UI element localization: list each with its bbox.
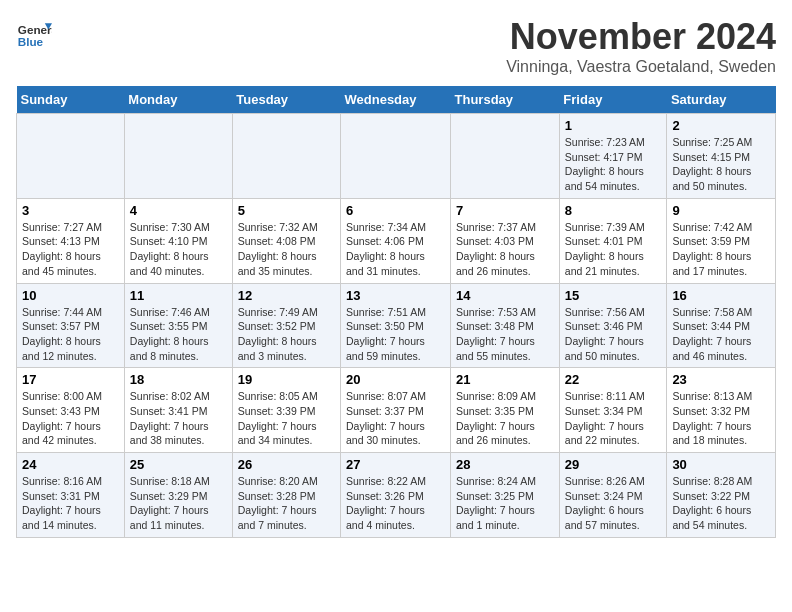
calendar-cell: 10Sunrise: 7:44 AM Sunset: 3:57 PM Dayli… — [17, 283, 125, 368]
day-number: 23 — [672, 372, 770, 387]
day-info: Sunrise: 8:18 AM Sunset: 3:29 PM Dayligh… — [130, 474, 227, 533]
calendar-cell: 28Sunrise: 8:24 AM Sunset: 3:25 PM Dayli… — [451, 453, 560, 538]
day-number: 9 — [672, 203, 770, 218]
day-info: Sunrise: 8:07 AM Sunset: 3:37 PM Dayligh… — [346, 389, 445, 448]
calendar-cell: 19Sunrise: 8:05 AM Sunset: 3:39 PM Dayli… — [232, 368, 340, 453]
day-number: 1 — [565, 118, 662, 133]
header: General Blue November 2024 Vinninga, Vae… — [16, 16, 776, 76]
week-row-2: 3Sunrise: 7:27 AM Sunset: 4:13 PM Daylig… — [17, 198, 776, 283]
day-number: 3 — [22, 203, 119, 218]
day-info: Sunrise: 8:13 AM Sunset: 3:32 PM Dayligh… — [672, 389, 770, 448]
calendar-cell: 21Sunrise: 8:09 AM Sunset: 3:35 PM Dayli… — [451, 368, 560, 453]
logo: General Blue — [16, 16, 52, 52]
header-friday: Friday — [559, 86, 667, 114]
day-info: Sunrise: 7:39 AM Sunset: 4:01 PM Dayligh… — [565, 220, 662, 279]
day-info: Sunrise: 7:53 AM Sunset: 3:48 PM Dayligh… — [456, 305, 554, 364]
calendar-cell: 16Sunrise: 7:58 AM Sunset: 3:44 PM Dayli… — [667, 283, 776, 368]
day-number: 17 — [22, 372, 119, 387]
calendar-cell: 6Sunrise: 7:34 AM Sunset: 4:06 PM Daylig… — [341, 198, 451, 283]
day-number: 4 — [130, 203, 227, 218]
day-info: Sunrise: 8:11 AM Sunset: 3:34 PM Dayligh… — [565, 389, 662, 448]
day-number: 10 — [22, 288, 119, 303]
day-number: 22 — [565, 372, 662, 387]
day-number: 28 — [456, 457, 554, 472]
day-number: 5 — [238, 203, 335, 218]
day-info: Sunrise: 7:27 AM Sunset: 4:13 PM Dayligh… — [22, 220, 119, 279]
calendar-cell — [17, 114, 125, 199]
day-number: 19 — [238, 372, 335, 387]
day-number: 26 — [238, 457, 335, 472]
calendar-cell: 20Sunrise: 8:07 AM Sunset: 3:37 PM Dayli… — [341, 368, 451, 453]
day-number: 12 — [238, 288, 335, 303]
calendar-cell: 12Sunrise: 7:49 AM Sunset: 3:52 PM Dayli… — [232, 283, 340, 368]
day-number: 11 — [130, 288, 227, 303]
day-number: 25 — [130, 457, 227, 472]
day-info: Sunrise: 8:00 AM Sunset: 3:43 PM Dayligh… — [22, 389, 119, 448]
day-number: 15 — [565, 288, 662, 303]
day-info: Sunrise: 8:28 AM Sunset: 3:22 PM Dayligh… — [672, 474, 770, 533]
calendar-cell: 2Sunrise: 7:25 AM Sunset: 4:15 PM Daylig… — [667, 114, 776, 199]
calendar-cell: 14Sunrise: 7:53 AM Sunset: 3:48 PM Dayli… — [451, 283, 560, 368]
calendar-cell: 18Sunrise: 8:02 AM Sunset: 3:41 PM Dayli… — [124, 368, 232, 453]
calendar-cell: 30Sunrise: 8:28 AM Sunset: 3:22 PM Dayli… — [667, 453, 776, 538]
header-monday: Monday — [124, 86, 232, 114]
day-info: Sunrise: 7:49 AM Sunset: 3:52 PM Dayligh… — [238, 305, 335, 364]
day-info: Sunrise: 7:44 AM Sunset: 3:57 PM Dayligh… — [22, 305, 119, 364]
calendar-cell: 26Sunrise: 8:20 AM Sunset: 3:28 PM Dayli… — [232, 453, 340, 538]
calendar-table: SundayMondayTuesdayWednesdayThursdayFrid… — [16, 86, 776, 538]
calendar-cell — [232, 114, 340, 199]
day-info: Sunrise: 8:02 AM Sunset: 3:41 PM Dayligh… — [130, 389, 227, 448]
calendar-cell: 4Sunrise: 7:30 AM Sunset: 4:10 PM Daylig… — [124, 198, 232, 283]
header-wednesday: Wednesday — [341, 86, 451, 114]
week-row-4: 17Sunrise: 8:00 AM Sunset: 3:43 PM Dayli… — [17, 368, 776, 453]
day-number: 2 — [672, 118, 770, 133]
day-info: Sunrise: 8:22 AM Sunset: 3:26 PM Dayligh… — [346, 474, 445, 533]
day-info: Sunrise: 8:09 AM Sunset: 3:35 PM Dayligh… — [456, 389, 554, 448]
main-title: November 2024 — [506, 16, 776, 58]
calendar-cell: 8Sunrise: 7:39 AM Sunset: 4:01 PM Daylig… — [559, 198, 667, 283]
calendar-cell: 24Sunrise: 8:16 AM Sunset: 3:31 PM Dayli… — [17, 453, 125, 538]
day-info: Sunrise: 7:51 AM Sunset: 3:50 PM Dayligh… — [346, 305, 445, 364]
day-info: Sunrise: 7:37 AM Sunset: 4:03 PM Dayligh… — [456, 220, 554, 279]
day-number: 29 — [565, 457, 662, 472]
day-number: 21 — [456, 372, 554, 387]
day-number: 13 — [346, 288, 445, 303]
day-number: 27 — [346, 457, 445, 472]
day-number: 18 — [130, 372, 227, 387]
calendar-cell: 13Sunrise: 7:51 AM Sunset: 3:50 PM Dayli… — [341, 283, 451, 368]
day-number: 24 — [22, 457, 119, 472]
calendar-cell: 5Sunrise: 7:32 AM Sunset: 4:08 PM Daylig… — [232, 198, 340, 283]
calendar-cell: 22Sunrise: 8:11 AM Sunset: 3:34 PM Dayli… — [559, 368, 667, 453]
calendar-cell: 15Sunrise: 7:56 AM Sunset: 3:46 PM Dayli… — [559, 283, 667, 368]
logo-icon: General Blue — [16, 16, 52, 52]
calendar-cell: 17Sunrise: 8:00 AM Sunset: 3:43 PM Dayli… — [17, 368, 125, 453]
week-row-3: 10Sunrise: 7:44 AM Sunset: 3:57 PM Dayli… — [17, 283, 776, 368]
day-number: 14 — [456, 288, 554, 303]
subtitle: Vinninga, Vaestra Goetaland, Sweden — [506, 58, 776, 76]
day-number: 6 — [346, 203, 445, 218]
day-info: Sunrise: 8:26 AM Sunset: 3:24 PM Dayligh… — [565, 474, 662, 533]
day-info: Sunrise: 7:32 AM Sunset: 4:08 PM Dayligh… — [238, 220, 335, 279]
calendar-cell: 23Sunrise: 8:13 AM Sunset: 3:32 PM Dayli… — [667, 368, 776, 453]
day-info: Sunrise: 7:42 AM Sunset: 3:59 PM Dayligh… — [672, 220, 770, 279]
calendar-cell — [341, 114, 451, 199]
header-tuesday: Tuesday — [232, 86, 340, 114]
calendar-cell: 9Sunrise: 7:42 AM Sunset: 3:59 PM Daylig… — [667, 198, 776, 283]
svg-text:Blue: Blue — [18, 35, 44, 48]
day-info: Sunrise: 7:56 AM Sunset: 3:46 PM Dayligh… — [565, 305, 662, 364]
calendar-cell: 3Sunrise: 7:27 AM Sunset: 4:13 PM Daylig… — [17, 198, 125, 283]
header-saturday: Saturday — [667, 86, 776, 114]
day-info: Sunrise: 7:25 AM Sunset: 4:15 PM Dayligh… — [672, 135, 770, 194]
day-info: Sunrise: 7:34 AM Sunset: 4:06 PM Dayligh… — [346, 220, 445, 279]
week-row-5: 24Sunrise: 8:16 AM Sunset: 3:31 PM Dayli… — [17, 453, 776, 538]
calendar-cell: 11Sunrise: 7:46 AM Sunset: 3:55 PM Dayli… — [124, 283, 232, 368]
title-block: November 2024 Vinninga, Vaestra Goetalan… — [506, 16, 776, 76]
day-number: 16 — [672, 288, 770, 303]
calendar-header: SundayMondayTuesdayWednesdayThursdayFrid… — [17, 86, 776, 114]
header-sunday: Sunday — [17, 86, 125, 114]
calendar-cell: 27Sunrise: 8:22 AM Sunset: 3:26 PM Dayli… — [341, 453, 451, 538]
calendar-cell: 29Sunrise: 8:26 AM Sunset: 3:24 PM Dayli… — [559, 453, 667, 538]
calendar-cell: 1Sunrise: 7:23 AM Sunset: 4:17 PM Daylig… — [559, 114, 667, 199]
week-row-1: 1Sunrise: 7:23 AM Sunset: 4:17 PM Daylig… — [17, 114, 776, 199]
day-number: 30 — [672, 457, 770, 472]
